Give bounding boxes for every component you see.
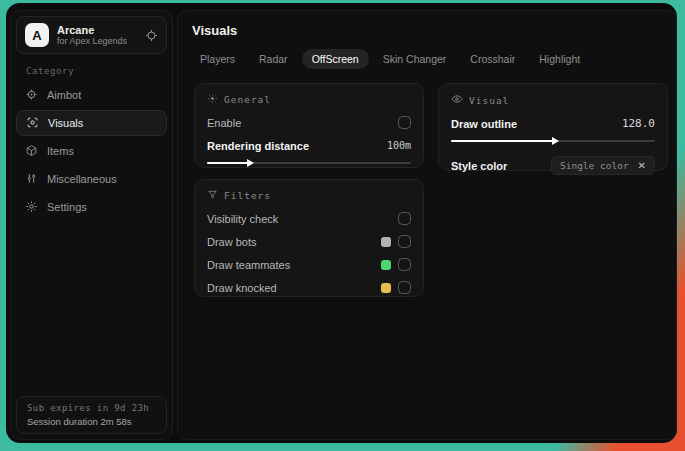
sidebar-item-label: Items: [47, 145, 74, 157]
tab-highlight[interactable]: Highlight: [529, 49, 590, 69]
draw-outline-slider[interactable]: [451, 136, 655, 146]
draw-bots-color-swatch[interactable]: [381, 237, 391, 247]
visual-panel: Visual Draw outline 128.0 Style color Si…: [438, 83, 668, 171]
sidebar-item-label: Settings: [47, 201, 87, 213]
sidebar-item-label: Miscellaneous: [47, 173, 117, 185]
sidebar-item-miscellaneous[interactable]: Miscellaneous: [16, 166, 167, 192]
panel-title: Visual: [469, 95, 509, 106]
tab-bar: Players Radar OffScreen Skin Changer Cro…: [190, 49, 590, 69]
tab-players[interactable]: Players: [190, 49, 245, 69]
style-color-select[interactable]: Single color ✕: [551, 156, 655, 175]
visibility-check-checkbox[interactable]: [398, 212, 411, 225]
clear-icon[interactable]: ✕: [638, 160, 646, 171]
target-icon[interactable]: [145, 29, 158, 42]
sidebar: A Arcane for Apex Legends Category: [10, 10, 173, 440]
app-name: Arcane: [57, 24, 137, 37]
draw-teammates-row: Draw teammates: [207, 258, 411, 271]
tab-skin-changer[interactable]: Skin Changer: [373, 49, 457, 69]
style-color-label: Style color: [451, 160, 507, 172]
app-header: A Arcane for Apex Legends: [16, 16, 167, 54]
session-duration-text: Session duration 2m 58s: [27, 416, 156, 427]
eye-icon: [451, 93, 463, 107]
general-panel: General Enable Rendering distance 100m: [194, 83, 424, 168]
desktop-backdrop: A Arcane for Apex Legends Category: [0, 0, 685, 451]
visibility-check-row: Visibility check: [207, 212, 411, 225]
enable-checkbox[interactable]: [398, 116, 411, 129]
draw-knocked-checkbox[interactable]: [398, 281, 411, 294]
slider-fill: [207, 162, 252, 164]
enable-label: Enable: [207, 117, 241, 129]
tab-crosshair[interactable]: Crosshair: [460, 49, 525, 69]
app-subtitle: for Apex Legends: [57, 36, 137, 46]
draw-bots-row: Draw bots: [207, 235, 411, 248]
draw-bots-label: Draw bots: [207, 236, 257, 248]
style-color-row: Style color Single color ✕: [451, 156, 655, 175]
category-label: Category: [26, 66, 172, 76]
sidebar-item-label: Aimbot: [47, 89, 81, 101]
sidebar-item-items[interactable]: Items: [16, 138, 167, 164]
crosshair-icon: [25, 88, 38, 103]
app-window: A Arcane for Apex Legends Category: [6, 3, 677, 443]
page-title: Visuals: [192, 23, 237, 38]
sidebar-item-visuals[interactable]: Visuals: [16, 110, 167, 136]
gear-icon: [25, 200, 38, 215]
draw-bots-checkbox[interactable]: [398, 235, 411, 248]
draw-knocked-label: Draw knocked: [207, 282, 277, 294]
tab-offscreen[interactable]: OffScreen: [302, 49, 369, 69]
panel-title: Filters: [224, 190, 271, 201]
main-content: Visuals Players Radar OffScreen Skin Cha…: [177, 10, 677, 440]
package-icon: [25, 144, 38, 159]
tab-radar[interactable]: Radar: [249, 49, 298, 69]
draw-knocked-row: Draw knocked: [207, 281, 411, 294]
sub-expiry-text: Sub expires in 9d 23h: [27, 403, 156, 413]
rendering-distance-row: Rendering distance 100m: [207, 139, 411, 152]
enable-row: Enable: [207, 116, 411, 129]
rendering-distance-value: 100m: [387, 140, 411, 151]
draw-outline-row: Draw outline 128.0: [451, 117, 655, 130]
funnel-icon: [207, 189, 218, 202]
draw-teammates-color-swatch[interactable]: [381, 260, 391, 270]
panel-title: General: [224, 94, 271, 105]
visibility-check-label: Visibility check: [207, 213, 278, 225]
sidebar-item-settings[interactable]: Settings: [16, 194, 167, 220]
draw-teammates-label: Draw teammates: [207, 259, 290, 271]
sun-icon: [207, 93, 218, 106]
scan-eye-icon: [26, 116, 39, 131]
draw-teammates-checkbox[interactable]: [398, 258, 411, 271]
sidebar-item-aimbot[interactable]: Aimbot: [16, 82, 167, 108]
draw-outline-value: 128.0: [622, 117, 655, 130]
filters-panel: Filters Visibility check Draw bots Draw …: [194, 179, 424, 297]
rendering-distance-slider[interactable]: [207, 158, 411, 168]
rendering-distance-label: Rendering distance: [207, 140, 309, 152]
slider-fill: [451, 140, 557, 142]
sliders-icon: [25, 172, 38, 187]
draw-knocked-color-swatch[interactable]: [381, 283, 391, 293]
draw-outline-label: Draw outline: [451, 118, 517, 130]
app-logo: A: [25, 23, 49, 47]
sidebar-item-label: Visuals: [48, 117, 83, 129]
subscription-info: Sub expires in 9d 23h Session duration 2…: [16, 396, 167, 434]
style-color-value: Single color: [560, 160, 629, 171]
